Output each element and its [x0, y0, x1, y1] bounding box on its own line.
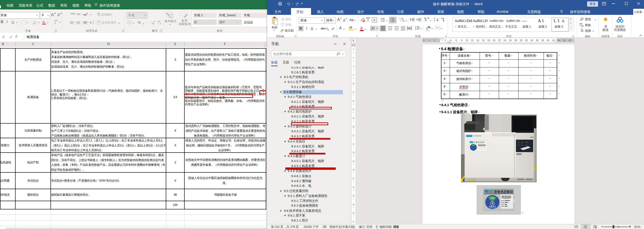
- svg-text:ab: ab: [84, 14, 87, 16]
- svg-text:完好: 完好: [490, 197, 494, 199]
- svg-text:3: 3: [390, 21, 391, 22]
- svg-text:ab: ab: [97, 12, 100, 15]
- svg-text:检定人员责任状态: 检定人员责任状态: [488, 208, 496, 209]
- svg-text:i: i: [401, 21, 401, 22]
- svg-text:≠: ≠: [170, 14, 172, 18]
- svg-text:设备状态: 设备状态: [489, 206, 496, 208]
